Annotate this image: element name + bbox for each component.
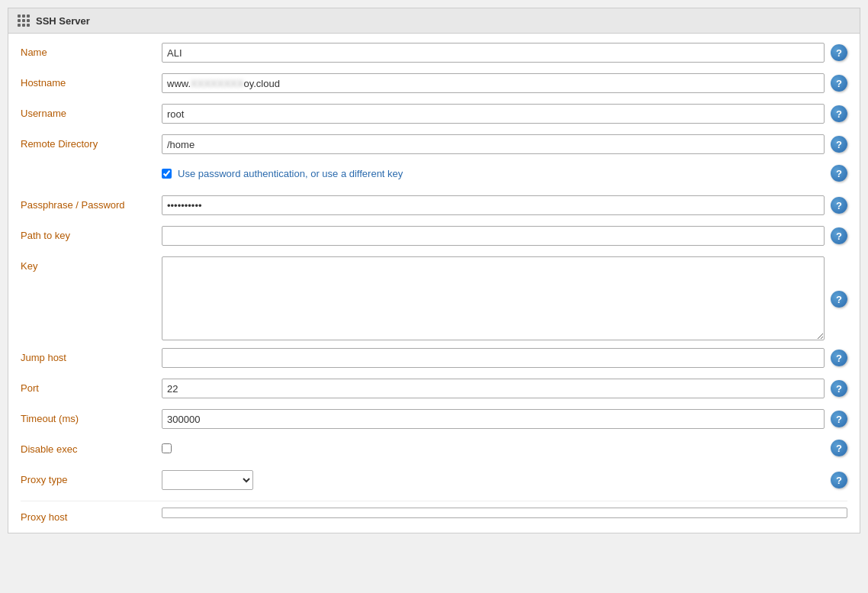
remote-directory-help-button[interactable]: ? (831, 136, 847, 153)
proxy-type-label: Proxy type (21, 470, 162, 485)
port-row: Port ? (21, 379, 847, 401)
port-input[interactable] (162, 379, 825, 398)
timeout-input[interactable] (162, 409, 825, 429)
proxy-type-field: HTTP SOCKS4 SOCKS5 ? (162, 470, 847, 490)
username-input[interactable] (162, 104, 825, 124)
hostname-field: www.XXXXXXXXoy.cloud ? (162, 73, 847, 93)
hostname-row: Hostname www.XXXXXXXXoy.cloud ? (21, 73, 847, 96)
timeout-label: Timeout (ms) (21, 409, 162, 424)
panel-header: SSH Server (8, 8, 860, 34)
name-row: Name ? (21, 43, 847, 66)
jump-host-field: ? (162, 348, 847, 368)
username-help-button[interactable]: ? (831, 105, 847, 122)
passphrase-help-button[interactable]: ? (831, 197, 847, 214)
name-label: Name (21, 43, 162, 58)
path-to-key-help-button[interactable]: ? (831, 227, 847, 244)
jump-host-input[interactable] (162, 348, 825, 368)
path-to-key-label: Path to key (21, 226, 162, 241)
hostname-help-button[interactable]: ? (831, 75, 847, 92)
ssh-server-panel: SSH Server Name ? Hostname www.XXXXXXXXo… (8, 8, 860, 533)
disable-exec-help-button[interactable]: ? (831, 440, 847, 456)
port-field: ? (162, 379, 847, 398)
form-body: Name ? Hostname www.XXXXXXXXoy.cloud ? U… (8, 34, 860, 533)
username-field: ? (162, 104, 847, 124)
proxy-type-select[interactable]: HTTP SOCKS4 SOCKS5 (162, 470, 253, 490)
path-to-key-input[interactable] (162, 226, 825, 246)
passphrase-input[interactable] (162, 195, 825, 215)
username-row: Username ? (21, 104, 847, 127)
key-help-button[interactable]: ? (831, 291, 847, 308)
use-password-auth-checkbox[interactable] (162, 169, 172, 179)
timeout-help-button[interactable]: ? (831, 411, 847, 427)
path-to-key-row: Path to key ? (21, 226, 847, 249)
grid-icon (18, 15, 30, 27)
hostname-label: Hostname (21, 73, 162, 89)
timeout-field: ? (162, 409, 847, 429)
remote-directory-label: Remote Directory (21, 134, 162, 150)
disable-exec-row: Disable exec ? (21, 440, 847, 462)
key-input[interactable] (162, 256, 825, 340)
use-password-auth-row: Use password authentication, or use a di… (21, 165, 847, 188)
remote-directory-field: ? (162, 134, 847, 154)
jump-host-label: Jump host (21, 348, 162, 363)
panel-title: SSH Server (36, 15, 90, 27)
proxy-host-row: Proxy host (21, 501, 847, 524)
jump-host-row: Jump host ? (21, 348, 847, 371)
key-field: ? (162, 256, 847, 340)
use-password-auth-label: Use password authentication, or use a di… (178, 168, 825, 179)
username-label: Username (21, 104, 162, 119)
disable-exec-field: ? (162, 440, 847, 456)
port-label: Port (21, 379, 162, 394)
use-password-auth-help-button[interactable]: ? (831, 165, 847, 182)
passphrase-row: Passphrase / Password ? (21, 195, 847, 218)
disable-exec-label: Disable exec (21, 440, 162, 455)
disable-exec-checkbox[interactable] (162, 443, 172, 453)
remote-directory-row: Remote Directory ? (21, 134, 847, 157)
passphrase-field: ? (162, 195, 847, 215)
use-password-auth-wrapper: Use password authentication, or use a di… (162, 168, 825, 179)
proxy-type-row: Proxy type HTTP SOCKS4 SOCKS5 ? (21, 470, 847, 493)
key-label: Key (21, 256, 162, 272)
proxy-host-input[interactable] (162, 508, 847, 518)
path-to-key-field: ? (162, 226, 847, 246)
remote-directory-input[interactable] (162, 134, 825, 154)
proxy-host-field (162, 508, 847, 518)
proxy-type-help-button[interactable]: ? (831, 472, 847, 488)
timeout-row: Timeout (ms) ? (21, 409, 847, 432)
name-help-button[interactable]: ? (831, 44, 847, 61)
key-row: Key ? (21, 256, 847, 340)
port-help-button[interactable]: ? (831, 380, 847, 397)
use-password-auth-field: Use password authentication, or use a di… (162, 165, 847, 182)
passphrase-label: Passphrase / Password (21, 195, 162, 211)
name-field: ? (162, 43, 847, 63)
proxy-host-label: Proxy host (21, 508, 162, 523)
use-password-auth-spacer (21, 165, 162, 169)
jump-host-help-button[interactable]: ? (831, 350, 847, 366)
name-input[interactable] (162, 43, 825, 63)
